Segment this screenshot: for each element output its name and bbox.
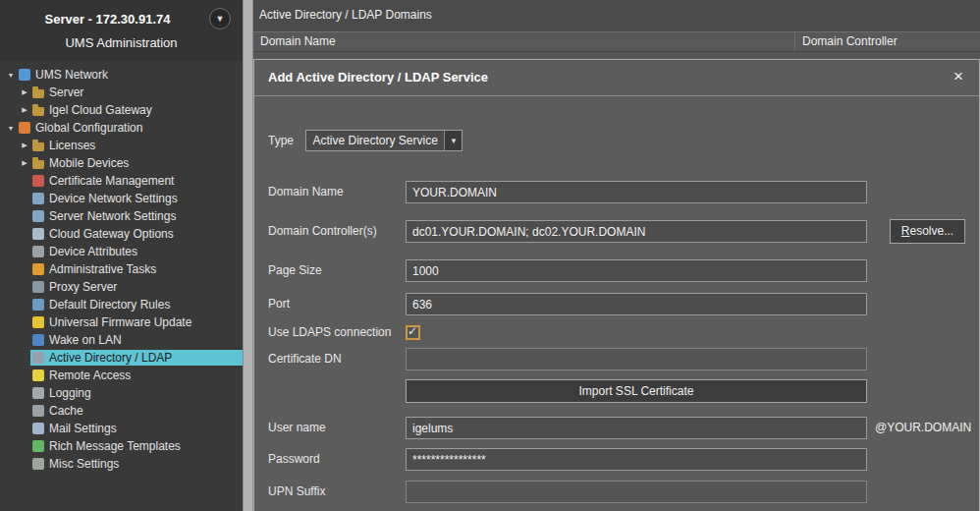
type-label: Type	[268, 130, 294, 151]
upn-suffix-input[interactable]	[406, 481, 867, 503]
domain-name-label: Domain Name	[268, 181, 406, 203]
network-icon	[19, 69, 30, 81]
tree-item-content: Global Configuration	[17, 120, 243, 136]
tree-item-content: Igel Cloud Gateway	[30, 102, 243, 118]
monitor-icon	[32, 193, 44, 204]
tree-item-label: Global Configuration	[35, 121, 142, 135]
domain-controllers-input[interactable]	[406, 220, 867, 243]
tree-item-default-directory-rules[interactable]: Default Directory Rules	[0, 296, 243, 313]
password-input[interactable]	[406, 448, 867, 471]
panel-splitter[interactable]	[243, 0, 253, 511]
type-select[interactable]: Active Directory Service	[305, 130, 463, 151]
user-name-input[interactable]	[406, 417, 867, 439]
misc-settings-icon	[32, 458, 44, 470]
expander-right-icon[interactable]: ▶	[19, 142, 30, 149]
import-ssl-certificate-button-label: Import SSL Certificate	[407, 380, 866, 402]
tree-item-ums-network[interactable]: ▼UMS Network	[0, 66, 243, 84]
upn-suffix-label: UPN Suffix	[268, 481, 406, 503]
dialog-title: Add Active Directory / LDAP Service	[268, 70, 488, 85]
tree-item-content: Administrative Tasks	[30, 261, 243, 277]
tree-item-content: Server	[30, 85, 243, 100]
attributes-icon	[32, 246, 44, 257]
column-header-domain-controller[interactable]: Domain Controller	[795, 32, 980, 51]
expander-down-icon[interactable]: ▼	[5, 72, 17, 79]
content-header: Active Directory / LDAP Domains	[253, 0, 980, 31]
mail-icon	[32, 423, 44, 434]
tree-item-administrative-tasks[interactable]: Administrative Tasks	[0, 260, 243, 278]
tree-item-logging[interactable]: Logging	[0, 384, 243, 402]
certificate-dn-input[interactable]	[406, 348, 867, 370]
tree-item-label: Mobile Devices	[49, 156, 129, 170]
resolve-button-label: Resolve...	[891, 220, 964, 243]
sidebar-subtitle: UMS Administration	[0, 31, 243, 55]
tree-item-certificate-management[interactable]: Certificate Management	[0, 172, 243, 190]
tree-item-content: Mail Settings	[30, 421, 243, 436]
sidebar-header: Server - 172.30.91.74 UMS Administration	[0, 0, 243, 61]
folder-icon	[32, 160, 44, 169]
proxy-server-icon	[32, 281, 44, 293]
tree-item-server-network-settings[interactable]: Server Network Settings	[0, 207, 243, 225]
tree-item-content: Misc Settings	[30, 456, 243, 472]
tree-item-label: Universal Firmware Update	[49, 315, 191, 329]
server-menu-button[interactable]	[209, 8, 231, 29]
tree-item-remote-access[interactable]: Remote Access	[0, 367, 243, 384]
wake-on-lan-icon	[32, 334, 44, 346]
user-name-label: User name	[268, 417, 406, 439]
tree-item-global-configuration[interactable]: ▼Global Configuration	[0, 119, 243, 137]
add-ldap-service-dialog: Add Active Directory / LDAP Service Type…	[253, 59, 980, 511]
tree-item-content: Universal Firmware Update	[30, 314, 243, 330]
tree-item-cloud-gateway-options[interactable]: Cloud Gateway Options	[0, 225, 243, 243]
dialog-titlebar: Add Active Directory / LDAP Service	[254, 60, 979, 96]
tree-item-content: Certificate Management	[30, 173, 243, 189]
column-header-domain-name[interactable]: Domain Name	[253, 32, 795, 51]
import-ssl-row: Import SSL Certificate	[268, 379, 967, 403]
user-name-domain-suffix: @YOUR.DOMAIN	[875, 417, 971, 439]
resolve-button[interactable]: Resolve...	[890, 219, 965, 244]
tree-item-server[interactable]: ▶Server	[0, 84, 243, 101]
certificate-icon	[32, 175, 44, 187]
page-size-input[interactable]	[406, 259, 867, 282]
folder-icon	[32, 107, 44, 116]
tree-item-device-attributes[interactable]: Device Attributes	[0, 243, 243, 260]
import-ssl-certificate-button[interactable]: Import SSL Certificate	[406, 379, 867, 403]
tree-item-universal-firmware-update[interactable]: Universal Firmware Update	[0, 313, 243, 331]
tree-item-proxy-server[interactable]: Proxy Server	[0, 278, 243, 296]
expander-right-icon[interactable]: ▶	[19, 106, 30, 114]
tree-item-mobile-devices[interactable]: ▶Mobile Devices	[0, 154, 243, 172]
tree-item-content: Server Network Settings	[30, 208, 243, 224]
tree-item-content: Logging	[30, 385, 243, 401]
breadcrumb: Active Directory / LDAP Domains	[259, 8, 432, 22]
expander-right-icon[interactable]: ▶	[19, 159, 30, 167]
tree-item-wake-on-lan[interactable]: Wake on LAN	[0, 331, 243, 349]
clock-icon	[32, 263, 44, 275]
upn-suffix-row: UPN Suffix	[268, 481, 967, 503]
main-panel: Active Directory / LDAP Domains Domain N…	[253, 0, 980, 511]
folder-icon	[32, 142, 44, 151]
active-directory-icon	[32, 352, 44, 364]
tree-item-misc-settings[interactable]: Misc Settings	[0, 455, 243, 473]
domain-name-input[interactable]	[406, 181, 867, 203]
use-ldaps-checkbox[interactable]	[406, 325, 420, 340]
cache-icon	[32, 405, 44, 417]
tree-item-cache[interactable]: Cache	[0, 402, 243, 420]
tree-item-label: Wake on LAN	[49, 333, 122, 347]
tree-item-rich-message-templates[interactable]: Rich Message Templates	[0, 437, 243, 455]
expander-down-icon[interactable]: ▼	[5, 125, 17, 132]
tree-item-content: Cache	[30, 403, 243, 419]
message-template-icon	[32, 440, 44, 452]
tree-item-device-network-settings[interactable]: Device Network Settings	[0, 190, 243, 207]
domain-name-row: Domain Name	[268, 181, 967, 203]
close-icon[interactable]	[950, 67, 967, 86]
tree-item-licenses[interactable]: ▶Licenses	[0, 137, 243, 154]
tree-item-label: Logging	[49, 386, 91, 400]
tree-item-igel-cloud-gateway[interactable]: ▶Igel Cloud Gateway	[0, 101, 243, 119]
expander-right-icon[interactable]: ▶	[19, 88, 30, 96]
monitor-icon	[32, 210, 44, 222]
tree-item-label: Server Network Settings	[49, 209, 176, 223]
tree-item-mail-settings[interactable]: Mail Settings	[0, 420, 243, 437]
domain-controllers-row: Domain Controller(s) Resolve...	[268, 220, 967, 243]
port-input[interactable]	[406, 293, 867, 315]
tree-item-active-directory-ldap[interactable]: Active Directory / LDAP	[0, 349, 243, 367]
tree-item-label: Active Directory / LDAP	[49, 351, 172, 365]
tree-item-content: Default Directory Rules	[30, 297, 243, 312]
